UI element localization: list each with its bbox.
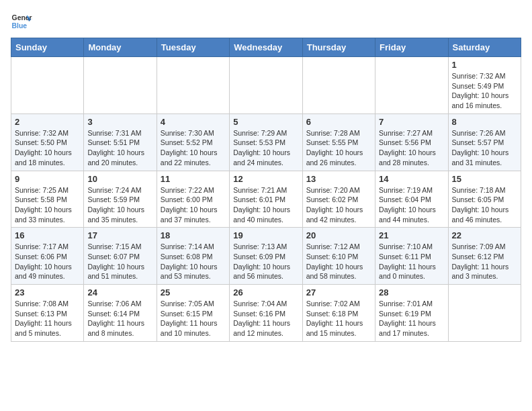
day-cell: 20Sunrise: 7:12 AM Sunset: 6:10 PM Dayli…	[302, 228, 375, 285]
day-info: Sunrise: 7:13 AM Sunset: 6:09 PM Dayligh…	[233, 242, 298, 281]
day-cell: 25Sunrise: 7:05 AM Sunset: 6:15 PM Dayli…	[157, 285, 229, 342]
day-info: Sunrise: 7:25 AM Sunset: 5:58 PM Dayligh…	[15, 185, 80, 225]
day-number: 3	[87, 117, 152, 127]
day-number: 10	[87, 174, 152, 184]
col-header-saturday: Saturday	[448, 38, 521, 57]
col-header-friday: Friday	[375, 38, 448, 57]
day-cell	[230, 57, 302, 114]
col-header-wednesday: Wednesday	[230, 38, 302, 57]
page-header: General Blue	[11, 11, 521, 32]
day-info: Sunrise: 7:17 AM Sunset: 6:06 PM Dayligh…	[15, 242, 80, 281]
day-number: 17	[87, 230, 152, 240]
day-info: Sunrise: 7:04 AM Sunset: 6:16 PM Dayligh…	[233, 299, 298, 338]
day-cell: 3Sunrise: 7:31 AM Sunset: 5:51 PM Daylig…	[84, 113, 157, 171]
day-info: Sunrise: 7:22 AM Sunset: 6:00 PM Dayligh…	[161, 185, 226, 225]
day-number: 22	[452, 230, 517, 240]
day-info: Sunrise: 7:32 AM Sunset: 5:50 PM Dayligh…	[15, 128, 80, 168]
calendar-header: SundayMondayTuesdayWednesdayThursdayFrid…	[11, 38, 521, 57]
day-cell: 17Sunrise: 7:15 AM Sunset: 6:07 PM Dayli…	[84, 228, 157, 285]
day-info: Sunrise: 7:21 AM Sunset: 6:01 PM Dayligh…	[233, 185, 298, 225]
day-number: 7	[379, 117, 444, 127]
col-header-thursday: Thursday	[302, 38, 375, 57]
day-cell: 24Sunrise: 7:06 AM Sunset: 6:14 PM Dayli…	[84, 285, 157, 342]
day-number: 24	[87, 287, 152, 298]
day-cell: 28Sunrise: 7:01 AM Sunset: 6:19 PM Dayli…	[375, 285, 448, 342]
day-cell: 15Sunrise: 7:18 AM Sunset: 6:05 PM Dayli…	[448, 171, 521, 228]
day-info: Sunrise: 7:19 AM Sunset: 6:04 PM Dayligh…	[379, 185, 444, 225]
day-number: 16	[15, 230, 80, 240]
col-header-monday: Monday	[84, 38, 157, 57]
day-info: Sunrise: 7:12 AM Sunset: 6:10 PM Dayligh…	[306, 242, 371, 281]
day-number: 1	[452, 60, 517, 70]
week-row-5: 23Sunrise: 7:08 AM Sunset: 6:13 PM Dayli…	[11, 285, 521, 342]
day-number: 15	[452, 174, 517, 184]
day-info: Sunrise: 7:14 AM Sunset: 6:08 PM Dayligh…	[161, 242, 226, 281]
day-number: 26	[233, 287, 298, 298]
day-cell: 13Sunrise: 7:20 AM Sunset: 6:02 PM Dayli…	[302, 171, 375, 228]
day-cell: 26Sunrise: 7:04 AM Sunset: 6:16 PM Dayli…	[230, 285, 302, 342]
day-info: Sunrise: 7:32 AM Sunset: 5:49 PM Dayligh…	[452, 71, 517, 111]
week-row-2: 2Sunrise: 7:32 AM Sunset: 5:50 PM Daylig…	[11, 113, 521, 171]
day-cell	[302, 57, 375, 114]
day-number: 13	[306, 174, 371, 184]
day-cell: 27Sunrise: 7:02 AM Sunset: 6:18 PM Dayli…	[302, 285, 375, 342]
day-number: 21	[379, 230, 444, 240]
day-number: 2	[15, 117, 80, 127]
day-cell	[157, 57, 229, 114]
day-cell: 21Sunrise: 7:10 AM Sunset: 6:11 PM Dayli…	[375, 228, 448, 285]
day-cell: 11Sunrise: 7:22 AM Sunset: 6:00 PM Dayli…	[157, 171, 229, 228]
day-number: 12	[233, 174, 298, 184]
col-header-sunday: Sunday	[11, 38, 84, 57]
day-number: 23	[15, 287, 80, 298]
day-cell	[84, 57, 157, 114]
day-cell: 5Sunrise: 7:29 AM Sunset: 5:53 PM Daylig…	[230, 113, 302, 171]
day-cell: 8Sunrise: 7:26 AM Sunset: 5:57 PM Daylig…	[448, 113, 521, 171]
day-info: Sunrise: 7:20 AM Sunset: 6:02 PM Dayligh…	[306, 185, 371, 225]
day-number: 11	[161, 174, 226, 184]
day-info: Sunrise: 7:05 AM Sunset: 6:15 PM Dayligh…	[161, 299, 226, 338]
day-cell: 1Sunrise: 7:32 AM Sunset: 5:49 PM Daylig…	[448, 57, 521, 114]
day-cell: 23Sunrise: 7:08 AM Sunset: 6:13 PM Dayli…	[11, 285, 84, 342]
day-info: Sunrise: 7:29 AM Sunset: 5:53 PM Dayligh…	[233, 128, 298, 168]
day-cell: 18Sunrise: 7:14 AM Sunset: 6:08 PM Dayli…	[157, 228, 229, 285]
day-number: 25	[161, 287, 226, 298]
day-cell: 6Sunrise: 7:28 AM Sunset: 5:55 PM Daylig…	[302, 113, 375, 171]
logo: General Blue	[11, 11, 35, 32]
day-cell: 19Sunrise: 7:13 AM Sunset: 6:09 PM Dayli…	[230, 228, 302, 285]
day-number: 27	[306, 287, 371, 298]
day-info: Sunrise: 7:31 AM Sunset: 5:51 PM Dayligh…	[87, 128, 152, 168]
calendar-table: SundayMondayTuesdayWednesdayThursdayFrid…	[11, 38, 521, 342]
day-info: Sunrise: 7:27 AM Sunset: 5:56 PM Dayligh…	[379, 128, 444, 168]
day-number: 9	[15, 174, 80, 184]
header-row: SundayMondayTuesdayWednesdayThursdayFrid…	[11, 38, 521, 57]
day-number: 4	[161, 117, 226, 127]
day-info: Sunrise: 7:02 AM Sunset: 6:18 PM Dayligh…	[306, 299, 371, 338]
day-cell: 12Sunrise: 7:21 AM Sunset: 6:01 PM Dayli…	[230, 171, 302, 228]
day-cell: 22Sunrise: 7:09 AM Sunset: 6:12 PM Dayli…	[448, 228, 521, 285]
day-info: Sunrise: 7:26 AM Sunset: 5:57 PM Dayligh…	[452, 128, 517, 168]
day-cell	[375, 57, 448, 114]
day-cell: 10Sunrise: 7:24 AM Sunset: 5:59 PM Dayli…	[84, 171, 157, 228]
day-cell: 9Sunrise: 7:25 AM Sunset: 5:58 PM Daylig…	[11, 171, 84, 228]
day-info: Sunrise: 7:06 AM Sunset: 6:14 PM Dayligh…	[87, 299, 152, 338]
day-number: 19	[233, 230, 298, 240]
day-cell: 14Sunrise: 7:19 AM Sunset: 6:04 PM Dayli…	[375, 171, 448, 228]
day-cell	[448, 285, 521, 342]
day-info: Sunrise: 7:15 AM Sunset: 6:07 PM Dayligh…	[87, 242, 152, 281]
day-info: Sunrise: 7:24 AM Sunset: 5:59 PM Dayligh…	[87, 185, 152, 225]
day-info: Sunrise: 7:08 AM Sunset: 6:13 PM Dayligh…	[15, 299, 80, 338]
day-info: Sunrise: 7:30 AM Sunset: 5:52 PM Dayligh…	[161, 128, 226, 168]
day-cell: 16Sunrise: 7:17 AM Sunset: 6:06 PM Dayli…	[11, 228, 84, 285]
week-row-1: 1Sunrise: 7:32 AM Sunset: 5:49 PM Daylig…	[11, 57, 521, 114]
week-row-3: 9Sunrise: 7:25 AM Sunset: 5:58 PM Daylig…	[11, 171, 521, 228]
day-info: Sunrise: 7:28 AM Sunset: 5:55 PM Dayligh…	[306, 128, 371, 168]
day-number: 28	[379, 287, 444, 298]
col-header-tuesday: Tuesday	[157, 38, 229, 57]
day-number: 6	[306, 117, 371, 127]
day-number: 18	[161, 230, 226, 240]
day-info: Sunrise: 7:18 AM Sunset: 6:05 PM Dayligh…	[452, 185, 517, 225]
day-number: 20	[306, 230, 371, 240]
logo-icon: General Blue	[11, 11, 32, 32]
day-info: Sunrise: 7:09 AM Sunset: 6:12 PM Dayligh…	[452, 242, 517, 281]
day-number: 14	[379, 174, 444, 184]
